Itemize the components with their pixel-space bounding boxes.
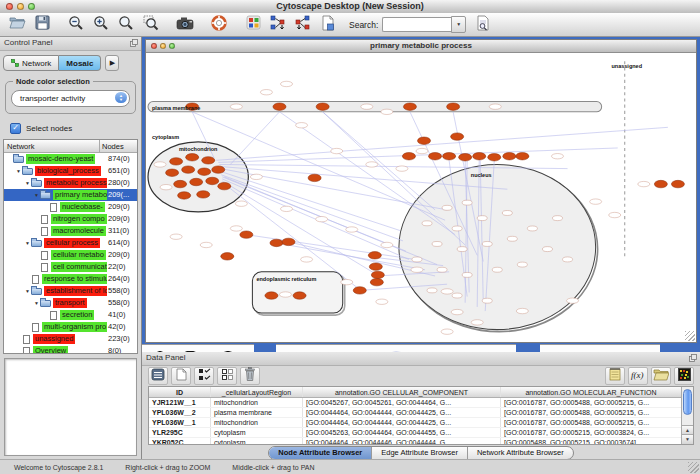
annotate-button[interactable] — [317, 15, 339, 35]
network-node[interactable] — [369, 263, 382, 270]
network-node[interactable] — [296, 123, 308, 128]
network-node[interactable] — [368, 252, 381, 259]
network-node[interactable] — [218, 182, 231, 189]
network-node[interactable] — [381, 109, 393, 114]
heatmap-button[interactable] — [674, 367, 694, 385]
tree-row-nitrogen-compo[interactable]: nitrogen compo209(0) — [4, 213, 137, 225]
network-node[interactable] — [457, 247, 467, 252]
unselect-all-button[interactable] — [217, 367, 237, 385]
expand-arrow-icon[interactable]: ▼ — [15, 168, 22, 174]
network-node[interactable] — [473, 152, 486, 159]
network-node[interactable] — [516, 152, 529, 159]
network-node[interactable] — [488, 154, 501, 161]
network-node[interactable] — [441, 289, 453, 294]
network-node[interactable] — [451, 133, 464, 140]
help-button[interactable] — [208, 15, 230, 35]
tree-row-cellular-process[interactable]: ▼cellular process614(0) — [4, 237, 137, 249]
tree-row-biological-process[interactable]: ▼biological_process651(0) — [4, 165, 137, 177]
zoom-out-button[interactable] — [65, 15, 87, 35]
layout-a-button[interactable] — [267, 15, 289, 35]
zoom-fit-button[interactable] — [115, 15, 137, 35]
select-nodes-checkbox[interactable]: ✓ — [10, 123, 21, 134]
zoom-region-button[interactable] — [140, 15, 162, 35]
network-node[interactable] — [280, 206, 292, 211]
table-scrollbar[interactable]: ▲ ▼ — [681, 387, 693, 444]
network-node[interactable] — [527, 226, 537, 231]
table-row[interactable]: YPL036W__2plasma membrane[GO:0044464, GO… — [149, 408, 681, 418]
network-node[interactable] — [166, 169, 179, 176]
network-node[interactable] — [212, 166, 225, 173]
table-row[interactable]: YPL036W__1mitochondrion[GO:0044464, GO:0… — [149, 418, 681, 428]
tree-row-establishment-of-lo[interactable]: ▼establishment of lo558(0) — [4, 285, 137, 297]
network-node[interactable] — [411, 267, 423, 272]
expand-arrow-icon[interactable]: ▼ — [24, 240, 31, 246]
network-node[interactable] — [279, 292, 291, 297]
network-node[interactable] — [654, 180, 667, 187]
network-node[interactable] — [160, 184, 172, 189]
network-node[interactable] — [381, 242, 393, 247]
table-column-header[interactable]: annotation.GO MOLECULAR_FUNCTION — [501, 387, 681, 397]
zoom-in-button[interactable] — [90, 15, 112, 35]
network-node[interactable] — [182, 166, 195, 173]
network-node[interactable] — [443, 152, 456, 159]
tab-mosaic[interactable]: Mosaic — [59, 55, 101, 71]
window-resize-grip[interactable] — [688, 462, 699, 473]
network-node[interactable] — [422, 221, 432, 226]
network-node[interactable] — [371, 271, 384, 278]
tree-column-network[interactable]: Network — [4, 140, 100, 152]
network-node[interactable] — [427, 288, 437, 293]
network-node[interactable] — [482, 241, 492, 246]
search-config-button[interactable] — [472, 15, 494, 35]
background-window-3[interactable] — [540, 344, 660, 352]
network-node[interactable] — [492, 267, 502, 272]
network-node[interactable] — [154, 162, 166, 167]
network-node[interactable] — [403, 103, 416, 110]
network-node[interactable] — [503, 152, 516, 159]
tab-network[interactable]: Network — [3, 55, 59, 71]
tree-row-mosaic-demo-yeast[interactable]: mosaic-demo-yeast874(0) — [4, 153, 137, 165]
tab-network-attribute-browser[interactable]: Network Attribute Browser — [468, 447, 573, 459]
network-node[interactable] — [178, 192, 191, 199]
network-node[interactable] — [230, 104, 242, 109]
network-node[interactable] — [331, 148, 343, 153]
network-node[interactable] — [477, 216, 487, 221]
float-panel-icon[interactable] — [130, 39, 138, 47]
network-node[interactable] — [316, 103, 329, 110]
network-node[interactable] — [198, 168, 211, 175]
network-node[interactable] — [417, 137, 430, 144]
network-node[interactable] — [563, 257, 573, 262]
network-node[interactable] — [186, 154, 199, 161]
tab-overflow-button[interactable]: ▶ — [105, 55, 119, 71]
table-column-header[interactable]: annotation.GO CELLULAR_COMPONENT — [303, 387, 501, 397]
layout-b-button[interactable] — [292, 15, 314, 35]
table-row[interactable]: YJR121W__1mitochondrion[GO:0045267, GO:0… — [149, 398, 681, 408]
network-node[interactable] — [412, 257, 422, 262]
node-color-dropdown[interactable]: transporter activity ▲▼ — [11, 90, 130, 107]
network-node[interactable] — [402, 152, 415, 159]
batch-edit-button[interactable] — [605, 367, 625, 385]
network-node[interactable] — [240, 231, 253, 238]
network-node[interactable] — [230, 226, 242, 231]
network-node[interactable] — [341, 279, 353, 284]
network-node[interactable] — [396, 166, 408, 171]
expand-arrow-icon[interactable]: ▼ — [24, 180, 31, 186]
attributes-button[interactable] — [148, 367, 168, 385]
network-node[interactable] — [552, 216, 562, 221]
network-node[interactable] — [451, 309, 463, 314]
network-node[interactable] — [200, 242, 212, 247]
tree-row-multi-organism-pro[interactable]: multi-organism pro42(0) — [4, 321, 137, 333]
tree-row-metabolic-process[interactable]: ▼metabolic process280(0) — [4, 177, 137, 189]
tree-row-response-to-stimulu[interactable]: response to stimulu264(0) — [4, 273, 137, 285]
open-button[interactable] — [6, 15, 28, 35]
network-node[interactable] — [462, 200, 472, 205]
network-node[interactable] — [308, 174, 321, 181]
network-node[interactable] — [638, 181, 650, 186]
network-node[interactable] — [250, 174, 262, 179]
network-node[interactable] — [206, 177, 219, 184]
network-node[interactable] — [459, 154, 472, 161]
table-row[interactable]: YKR052Ccytoplasm[GO:0044464, GO:0044446,… — [149, 438, 681, 445]
network-node[interactable] — [516, 308, 528, 313]
tab-edge-attribute-browser[interactable]: Edge Attribute Browser — [372, 447, 468, 459]
scroll-down-button[interactable]: ▼ — [682, 434, 693, 444]
network-node[interactable] — [370, 278, 383, 285]
